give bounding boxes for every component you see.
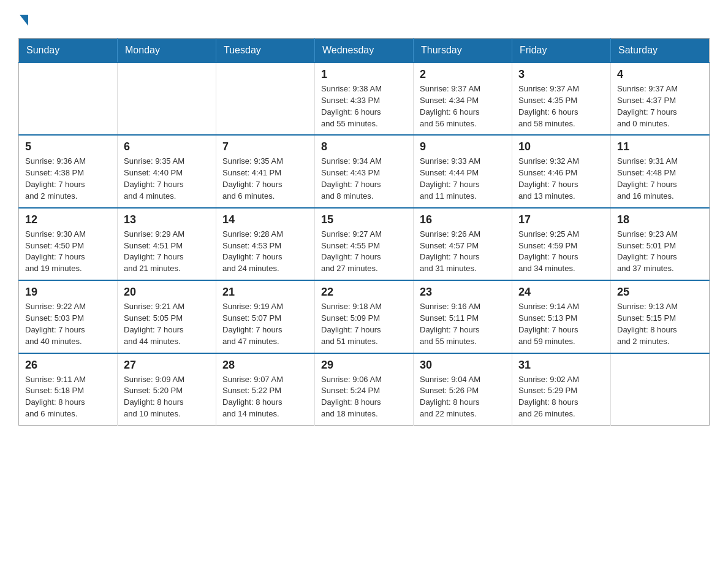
day-number: 29 <box>321 359 407 372</box>
calendar-day-9: 9Sunrise: 9:33 AMSunset: 4:44 PMDaylight… <box>414 135 512 207</box>
calendar-day-1: 1Sunrise: 9:38 AMSunset: 4:33 PMDaylight… <box>315 63 414 135</box>
calendar-table: SundayMondayTuesdayWednesdayThursdayFrid… <box>18 38 710 426</box>
calendar-day-10: 10Sunrise: 9:32 AMSunset: 4:46 PMDayligh… <box>512 135 611 207</box>
weekday-header-thursday: Thursday <box>414 39 512 63</box>
day-number: 10 <box>518 140 604 153</box>
calendar-day-21: 21Sunrise: 9:19 AMSunset: 5:07 PMDayligh… <box>216 280 315 353</box>
weekday-header-friday: Friday <box>512 39 611 63</box>
calendar-empty-cell <box>19 63 118 135</box>
day-info: Sunrise: 9:13 AMSunset: 5:15 PMDaylight:… <box>617 301 703 347</box>
calendar-day-7: 7Sunrise: 9:35 AMSunset: 4:41 PMDaylight… <box>216 135 315 207</box>
calendar-empty-cell <box>118 63 216 135</box>
calendar-day-22: 22Sunrise: 9:18 AMSunset: 5:09 PMDayligh… <box>315 280 414 353</box>
day-info: Sunrise: 9:27 AMSunset: 4:55 PMDaylight:… <box>321 229 407 275</box>
calendar-day-16: 16Sunrise: 9:26 AMSunset: 4:57 PMDayligh… <box>414 208 512 280</box>
day-number: 19 <box>25 286 111 299</box>
day-info: Sunrise: 9:19 AMSunset: 5:07 PMDaylight:… <box>222 301 308 347</box>
calendar-day-25: 25Sunrise: 9:13 AMSunset: 5:15 PMDayligh… <box>611 280 710 353</box>
day-info: Sunrise: 9:37 AMSunset: 4:37 PMDaylight:… <box>617 83 703 129</box>
day-info: Sunrise: 9:38 AMSunset: 4:33 PMDaylight:… <box>321 83 407 129</box>
day-info: Sunrise: 9:21 AMSunset: 5:05 PMDaylight:… <box>124 301 210 347</box>
day-info: Sunrise: 9:37 AMSunset: 4:35 PMDaylight:… <box>518 83 604 129</box>
calendar-day-24: 24Sunrise: 9:14 AMSunset: 5:13 PMDayligh… <box>512 280 611 353</box>
day-number: 16 <box>420 213 506 226</box>
weekday-header-saturday: Saturday <box>611 39 710 63</box>
calendar-day-23: 23Sunrise: 9:16 AMSunset: 5:11 PMDayligh… <box>414 280 512 353</box>
calendar-day-18: 18Sunrise: 9:23 AMSunset: 5:01 PMDayligh… <box>611 208 710 280</box>
calendar-day-29: 29Sunrise: 9:06 AMSunset: 5:24 PMDayligh… <box>315 353 414 426</box>
day-number: 31 <box>518 359 604 372</box>
day-info: Sunrise: 9:14 AMSunset: 5:13 PMDaylight:… <box>518 301 604 347</box>
day-info: Sunrise: 9:31 AMSunset: 4:48 PMDaylight:… <box>617 156 703 202</box>
calendar-day-15: 15Sunrise: 9:27 AMSunset: 4:55 PMDayligh… <box>315 208 414 280</box>
day-number: 22 <box>321 286 407 299</box>
day-number: 3 <box>518 68 604 81</box>
weekday-header-monday: Monday <box>118 39 216 63</box>
calendar-day-19: 19Sunrise: 9:22 AMSunset: 5:03 PMDayligh… <box>19 280 118 353</box>
day-info: Sunrise: 9:30 AMSunset: 4:50 PMDaylight:… <box>25 229 111 275</box>
day-info: Sunrise: 9:22 AMSunset: 5:03 PMDaylight:… <box>25 301 111 347</box>
day-number: 30 <box>420 359 506 372</box>
calendar-empty-cell <box>611 353 710 426</box>
day-info: Sunrise: 9:32 AMSunset: 4:46 PMDaylight:… <box>518 156 604 202</box>
day-info: Sunrise: 9:25 AMSunset: 4:59 PMDaylight:… <box>518 229 604 275</box>
day-number: 24 <box>518 286 604 299</box>
weekday-header-wednesday: Wednesday <box>315 39 414 63</box>
calendar-day-17: 17Sunrise: 9:25 AMSunset: 4:59 PMDayligh… <box>512 208 611 280</box>
day-number: 23 <box>420 286 506 299</box>
calendar-day-11: 11Sunrise: 9:31 AMSunset: 4:48 PMDayligh… <box>611 135 710 207</box>
day-number: 14 <box>222 213 308 226</box>
day-number: 13 <box>124 213 210 226</box>
day-number: 18 <box>617 213 703 226</box>
day-number: 11 <box>617 140 703 153</box>
calendar-day-2: 2Sunrise: 9:37 AMSunset: 4:34 PMDaylight… <box>414 63 512 135</box>
calendar-day-4: 4Sunrise: 9:37 AMSunset: 4:37 PMDaylight… <box>611 63 710 135</box>
day-number: 6 <box>124 140 210 153</box>
calendar-week-row: 1Sunrise: 9:38 AMSunset: 4:33 PMDaylight… <box>19 63 710 135</box>
day-info: Sunrise: 9:18 AMSunset: 5:09 PMDaylight:… <box>321 301 407 347</box>
day-info: Sunrise: 9:28 AMSunset: 4:53 PMDaylight:… <box>222 229 308 275</box>
calendar-day-27: 27Sunrise: 9:09 AMSunset: 5:20 PMDayligh… <box>118 353 216 426</box>
day-number: 4 <box>617 68 703 81</box>
calendar-day-6: 6Sunrise: 9:35 AMSunset: 4:40 PMDaylight… <box>118 135 216 207</box>
calendar-day-8: 8Sunrise: 9:34 AMSunset: 4:43 PMDaylight… <box>315 135 414 207</box>
day-number: 21 <box>222 286 308 299</box>
day-info: Sunrise: 9:36 AMSunset: 4:38 PMDaylight:… <box>25 156 111 202</box>
day-number: 25 <box>617 286 703 299</box>
calendar-day-5: 5Sunrise: 9:36 AMSunset: 4:38 PMDaylight… <box>19 135 118 207</box>
day-number: 28 <box>222 359 308 372</box>
day-number: 5 <box>25 140 111 153</box>
calendar-day-20: 20Sunrise: 9:21 AMSunset: 5:05 PMDayligh… <box>118 280 216 353</box>
page-header <box>18 12 710 26</box>
day-info: Sunrise: 9:11 AMSunset: 5:18 PMDaylight:… <box>25 374 111 420</box>
calendar-week-row: 12Sunrise: 9:30 AMSunset: 4:50 PMDayligh… <box>19 208 710 280</box>
day-info: Sunrise: 9:29 AMSunset: 4:51 PMDaylight:… <box>124 229 210 275</box>
day-number: 20 <box>124 286 210 299</box>
calendar-empty-cell <box>216 63 315 135</box>
day-info: Sunrise: 9:37 AMSunset: 4:34 PMDaylight:… <box>420 83 506 129</box>
day-number: 15 <box>321 213 407 226</box>
day-number: 9 <box>420 140 506 153</box>
calendar-day-30: 30Sunrise: 9:04 AMSunset: 5:26 PMDayligh… <box>414 353 512 426</box>
calendar-day-14: 14Sunrise: 9:28 AMSunset: 4:53 PMDayligh… <box>216 208 315 280</box>
calendar-week-row: 5Sunrise: 9:36 AMSunset: 4:38 PMDaylight… <box>19 135 710 207</box>
day-number: 8 <box>321 140 407 153</box>
day-number: 7 <box>222 140 308 153</box>
calendar-day-12: 12Sunrise: 9:30 AMSunset: 4:50 PMDayligh… <box>19 208 118 280</box>
logo <box>18 12 28 26</box>
day-info: Sunrise: 9:35 AMSunset: 4:40 PMDaylight:… <box>124 156 210 202</box>
day-number: 27 <box>124 359 210 372</box>
day-number: 17 <box>518 213 604 226</box>
weekday-header-sunday: Sunday <box>19 39 118 63</box>
day-info: Sunrise: 9:33 AMSunset: 4:44 PMDaylight:… <box>420 156 506 202</box>
day-info: Sunrise: 9:06 AMSunset: 5:24 PMDaylight:… <box>321 374 407 420</box>
calendar-week-row: 19Sunrise: 9:22 AMSunset: 5:03 PMDayligh… <box>19 280 710 353</box>
weekday-header-tuesday: Tuesday <box>216 39 315 63</box>
day-info: Sunrise: 9:34 AMSunset: 4:43 PMDaylight:… <box>321 156 407 202</box>
day-info: Sunrise: 9:07 AMSunset: 5:22 PMDaylight:… <box>222 374 308 420</box>
calendar-day-31: 31Sunrise: 9:02 AMSunset: 5:29 PMDayligh… <box>512 353 611 426</box>
day-info: Sunrise: 9:04 AMSunset: 5:26 PMDaylight:… <box>420 374 506 420</box>
calendar-day-26: 26Sunrise: 9:11 AMSunset: 5:18 PMDayligh… <box>19 353 118 426</box>
day-info: Sunrise: 9:09 AMSunset: 5:20 PMDaylight:… <box>124 374 210 420</box>
calendar-day-3: 3Sunrise: 9:37 AMSunset: 4:35 PMDaylight… <box>512 63 611 135</box>
